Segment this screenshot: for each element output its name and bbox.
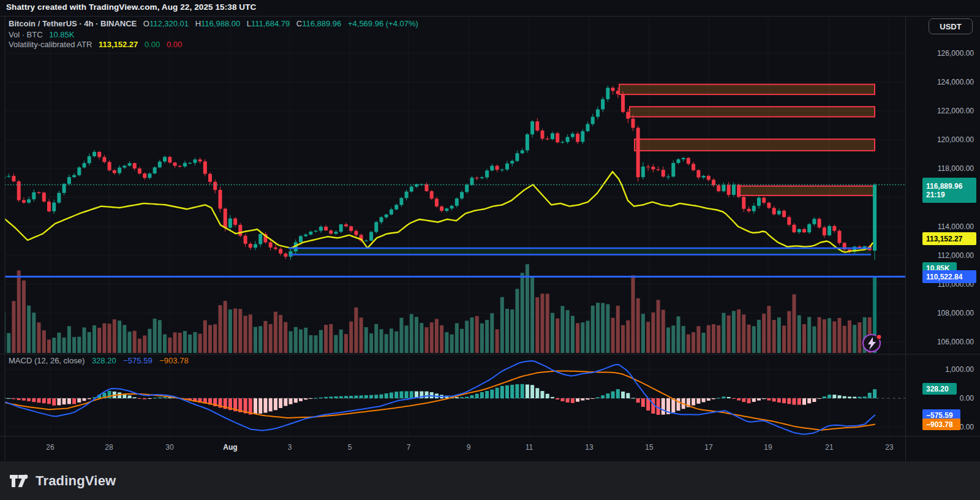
axis-time-label: Aug: [223, 443, 237, 452]
atr-zero-down: 0.00: [167, 40, 182, 49]
price-chart-canvas[interactable]: [0, 0, 980, 500]
axis-time-label: 23: [885, 443, 893, 452]
macd-label: MACD (12, 26, close): [9, 356, 85, 365]
axis-time-label: 5: [348, 443, 352, 452]
high-key: H: [195, 19, 201, 28]
boost-lightning-icon[interactable]: [861, 331, 884, 355]
axis-time-label: 26: [46, 443, 54, 452]
close-key: C: [296, 19, 302, 28]
low-key: L: [247, 19, 251, 28]
currency-toggle-button[interactable]: USDT: [929, 18, 973, 34]
macd-line-value: −575.59: [123, 356, 152, 365]
axis-time-label: 28: [105, 443, 113, 452]
axis-time-label: 7: [407, 443, 411, 452]
axis-time-label: 15: [645, 443, 653, 452]
atr-zero-up: 0.00: [145, 40, 160, 49]
axis-price-label: 126,000.00: [918, 49, 974, 58]
axis-price-label: 122,000.00: [918, 107, 974, 115]
macd-signal-badge: −903.78: [922, 419, 960, 430]
volume-legend[interactable]: Vol · BTC 10.85K: [9, 30, 74, 39]
axis-price-label: 112,000.00: [918, 251, 974, 260]
axis-price-label: 124,000.00: [918, 78, 974, 86]
axis-price-label: 118,000.00: [918, 164, 974, 173]
macd-hist-value: 328.20: [92, 356, 116, 365]
axis-time-label: 13: [585, 443, 593, 452]
axis-time-label: 21: [825, 443, 833, 452]
axis-time-label: 11: [526, 443, 533, 452]
open-key: O: [143, 19, 149, 28]
atr-value: 113,152.27: [99, 40, 138, 49]
axis-time-label: 30: [165, 443, 173, 452]
macd-hist-badge: 328.20: [922, 383, 957, 395]
axis-time-label: 9: [467, 443, 471, 452]
close-price-badge: 116,889.9621:19: [922, 178, 976, 203]
tradingview-wordmark[interactable]: TradingView: [36, 473, 116, 489]
open-value: 112,320.01: [149, 19, 189, 28]
axis-time-label: 3: [288, 443, 292, 452]
volume-label: Vol · BTC: [9, 30, 43, 39]
atr-value-badge: 113,152.27: [922, 232, 976, 245]
axis-time-label: 19: [764, 443, 772, 452]
change-value: +4,569.96 (+4.07%): [348, 19, 418, 28]
axis-price-label: 1,000.00: [918, 365, 974, 374]
axis-price-label: 120,000.00: [918, 135, 974, 144]
axis-price-label: 0.00: [918, 394, 974, 403]
footer-bar: TradingView: [0, 461, 980, 500]
atr-legend[interactable]: Volatility-calibrated ATR 113,152.27 0.0…: [9, 40, 182, 49]
macd-signal-value: −903.78: [159, 356, 188, 365]
tradingview-logo-icon[interactable]: [9, 472, 29, 490]
symbol-legend[interactable]: Bitcoin / TetherUS · 4h · BINANCE O112,3…: [9, 19, 418, 28]
axis-price-label: 108,000.00: [918, 309, 974, 317]
axis-time-label: 17: [704, 443, 712, 452]
level-price-badge: 110,522.84: [922, 270, 976, 283]
symbol-title: Bitcoin / TetherUS · 4h · BINANCE: [9, 19, 137, 28]
axis-price-label: 106,000.00: [918, 338, 974, 346]
atr-label: Volatility-calibrated ATR: [9, 40, 92, 49]
volume-value: 10.85K: [49, 30, 74, 39]
axis-price-label: 114,000.00: [918, 222, 974, 231]
low-value: 111,684.79: [251, 19, 290, 28]
tradingview-chart-window: Shattry created with TradingView.com, Au…: [0, 0, 980, 500]
high-value: 116,988.00: [201, 19, 240, 28]
close-value: 116,889.96: [302, 19, 341, 28]
macd-legend[interactable]: MACD (12, 26, close) 328.20 −575.59 −903…: [9, 356, 189, 365]
